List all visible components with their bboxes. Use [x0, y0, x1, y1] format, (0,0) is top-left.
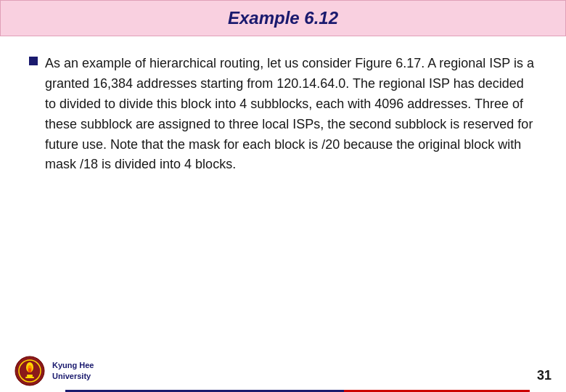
- page-number: 31: [537, 368, 551, 386]
- title-bar: Example 6.12: [0, 0, 566, 36]
- bullet-text: As an example of hierarchical routing, l…: [45, 54, 537, 175]
- university-logo: [15, 356, 45, 386]
- footer: Kyung Hee University 31: [0, 356, 566, 392]
- bullet-item: As an example of hierarchical routing, l…: [29, 54, 537, 175]
- slide-title: Example 6.12: [228, 8, 338, 28]
- content-area: As an example of hierarchical routing, l…: [0, 36, 566, 195]
- footer-logo-area: Kyung Hee University: [15, 356, 94, 386]
- svg-rect-5: [27, 375, 33, 377]
- bullet-icon: [29, 57, 38, 65]
- slide: Example 6.12 As an example of hierarchic…: [0, 0, 566, 392]
- university-name: Kyung Hee University: [52, 360, 94, 383]
- svg-point-4: [28, 368, 31, 372]
- svg-rect-6: [25, 377, 34, 378]
